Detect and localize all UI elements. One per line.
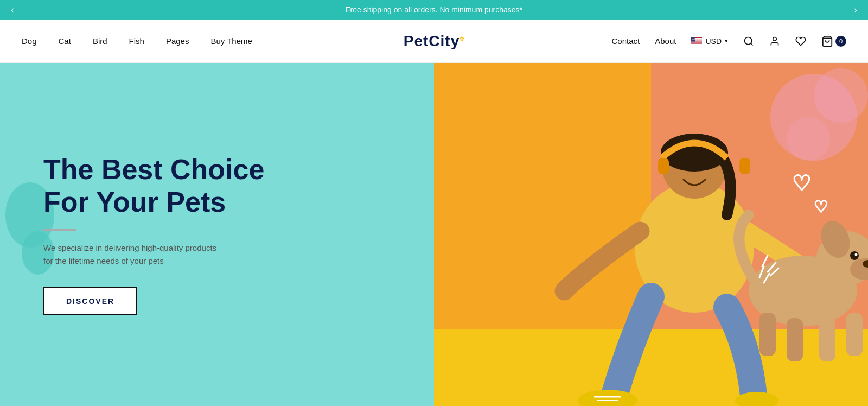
nav-pages[interactable]: Pages xyxy=(166,36,189,46)
left-nav: Dog Cat Bird Fish Pages Buy Theme xyxy=(22,36,252,46)
svg-point-10 xyxy=(694,38,694,39)
site-logo[interactable]: PetCity✿ xyxy=(404,33,464,50)
svg-point-9 xyxy=(693,38,693,39)
nav-cat[interactable]: Cat xyxy=(59,36,71,46)
svg-rect-48 xyxy=(846,313,863,356)
svg-point-15 xyxy=(693,40,693,40)
svg-point-14 xyxy=(692,40,692,40)
svg-rect-6 xyxy=(691,43,702,45)
search-icon xyxy=(743,36,754,47)
heart-icon xyxy=(795,36,806,47)
nav-bird[interactable]: Bird xyxy=(93,36,107,46)
hero-illustration: ♡ ♡ xyxy=(434,63,868,406)
nav-dog[interactable]: Dog xyxy=(22,36,37,46)
cart-icon xyxy=(821,35,833,47)
svg-point-16 xyxy=(694,40,694,40)
currency-chevron: ▾ xyxy=(725,37,728,45)
header: Dog Cat Bird Fish Pages Buy Theme PetCit… xyxy=(0,20,868,63)
svg-rect-45 xyxy=(760,313,776,356)
flag-icon xyxy=(691,37,702,45)
announcement-text: Free shipping on all orders. No minimum … xyxy=(346,5,522,14)
svg-point-13 xyxy=(694,39,695,39)
nav-about[interactable]: About xyxy=(655,36,676,46)
cart-count-badge: 0 xyxy=(835,36,846,47)
nav-contact[interactable]: Contact xyxy=(612,36,640,46)
svg-rect-33 xyxy=(739,158,750,174)
svg-text:♡: ♡ xyxy=(814,198,828,215)
svg-rect-5 xyxy=(691,42,702,43)
svg-rect-32 xyxy=(658,158,669,174)
currency-label: USD xyxy=(705,37,722,46)
svg-point-42 xyxy=(850,251,859,260)
svg-line-20 xyxy=(751,43,753,45)
svg-point-28 xyxy=(787,117,830,161)
currency-selector[interactable]: USD ▾ xyxy=(691,37,728,46)
svg-point-12 xyxy=(693,39,694,39)
svg-rect-47 xyxy=(819,318,835,361)
svg-point-17 xyxy=(695,38,695,39)
svg-text:♡: ♡ xyxy=(792,171,812,195)
right-nav: Contact About xyxy=(612,35,846,47)
hero-divider xyxy=(43,229,76,231)
hero-subtext: We specialize in delivering high-quality… xyxy=(43,242,217,268)
hero-right: ♡ ♡ ✦ xyxy=(434,63,868,406)
search-button[interactable] xyxy=(743,36,754,47)
svg-point-21 xyxy=(773,37,777,41)
hero-left: The Best Choice For Your Pets We special… xyxy=(0,63,434,406)
wishlist-button[interactable] xyxy=(795,36,806,47)
svg-point-27 xyxy=(814,68,868,123)
hero-section: The Best Choice For Your Pets We special… xyxy=(0,63,868,406)
account-icon xyxy=(769,36,780,47)
svg-point-43 xyxy=(855,253,858,256)
svg-point-18 xyxy=(695,40,695,40)
announcement-bar: ‹ Free shipping on all orders. No minimu… xyxy=(0,0,868,20)
svg-point-11 xyxy=(692,39,693,39)
svg-point-19 xyxy=(745,37,752,44)
svg-point-8 xyxy=(692,38,692,39)
hero-heading: The Best Choice For Your Pets xyxy=(43,154,391,219)
cart-button[interactable]: 0 xyxy=(821,35,846,47)
announcement-next-button[interactable]: › xyxy=(843,4,868,16)
nav-buy-theme[interactable]: Buy Theme xyxy=(210,36,252,46)
announcement-prev-button[interactable]: ‹ xyxy=(0,4,25,16)
svg-rect-4 xyxy=(691,41,702,42)
nav-fish[interactable]: Fish xyxy=(129,36,144,46)
account-button[interactable] xyxy=(769,36,780,47)
discover-button[interactable]: DISCOVER xyxy=(43,287,137,315)
svg-rect-46 xyxy=(787,318,803,361)
